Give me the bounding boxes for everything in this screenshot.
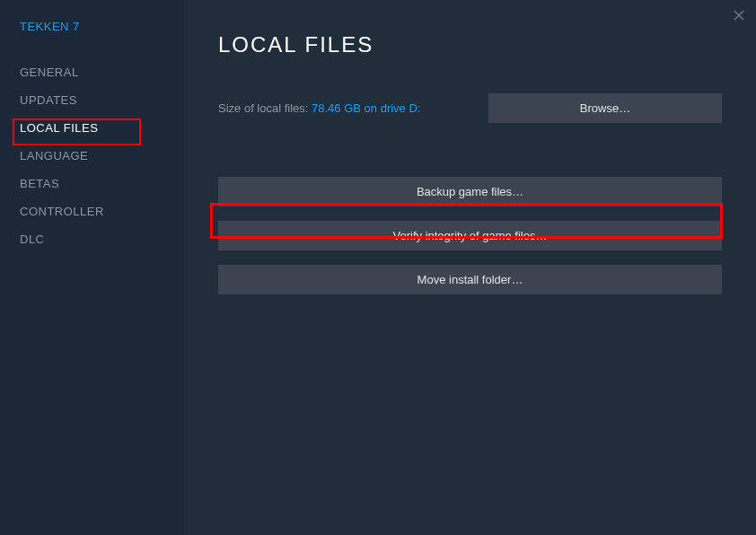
game-title: TEKKEN 7 xyxy=(20,20,184,33)
sidebar-item-updates[interactable]: UPDATES xyxy=(20,86,184,114)
size-label: Size of local files: xyxy=(218,101,312,115)
browse-button[interactable]: Browse… xyxy=(488,93,722,123)
sidebar-item-general[interactable]: GENERAL xyxy=(20,58,184,86)
sidebar: TEKKEN 7 GENERAL UPDATES LOCAL FILES LAN… xyxy=(0,0,184,535)
backup-button[interactable]: Backup game files… xyxy=(218,177,722,206)
size-value: 78.46 GB on drive D: xyxy=(312,101,420,115)
verify-integrity-button[interactable]: Verify integrity of game files… xyxy=(218,221,722,250)
sidebar-item-local-files[interactable]: LOCAL FILES xyxy=(20,114,184,142)
size-text: Size of local files: 78.46 GB on drive D… xyxy=(218,101,420,115)
page-title: LOCAL FILES xyxy=(218,32,722,57)
move-install-button[interactable]: Move install folder… xyxy=(218,265,722,294)
sidebar-item-betas[interactable]: BETAS xyxy=(20,170,184,197)
close-button[interactable] xyxy=(731,7,747,23)
size-row: Size of local files: 78.46 GB on drive D… xyxy=(218,93,722,123)
sidebar-item-dlc[interactable]: DLC xyxy=(20,225,184,253)
sidebar-item-controller[interactable]: CONTROLLER xyxy=(20,197,184,225)
sidebar-item-language[interactable]: LANGUAGE xyxy=(20,142,184,170)
close-icon xyxy=(734,10,744,21)
content-panel: LOCAL FILES Size of local files: 78.46 G… xyxy=(184,0,756,535)
